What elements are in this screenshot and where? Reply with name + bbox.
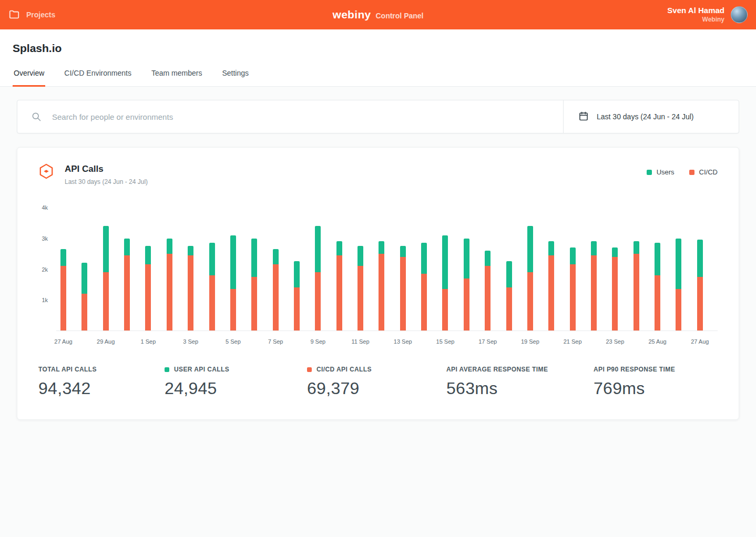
bar-segment-cicd[interactable]	[442, 289, 448, 331]
bar-segment-cicd[interactable]	[315, 272, 321, 331]
bar-segment-users[interactable]	[209, 243, 215, 275]
bar-segment-cicd[interactable]	[209, 275, 215, 331]
bar-segment-cicd[interactable]	[251, 277, 257, 331]
bar-segment-cicd[interactable]	[60, 266, 66, 331]
stat-label-text: API P90 RESPONSE TIME	[594, 366, 675, 373]
bar-segment-users[interactable]	[294, 261, 300, 287]
tab-settings[interactable]: Settings	[221, 69, 250, 87]
bar-segment-users[interactable]	[676, 239, 681, 290]
bar-segment-users[interactable]	[315, 226, 321, 272]
stat-label: CI/CD API CALLS	[307, 366, 446, 373]
bar-segment-users[interactable]	[400, 246, 406, 256]
tab-overview[interactable]: Overview	[13, 69, 45, 87]
bar-segment-cicd[interactable]	[379, 254, 384, 331]
bar-22	[506, 208, 512, 331]
bar-segment-users[interactable]	[60, 249, 66, 266]
bar-segment-users[interactable]	[655, 243, 660, 275]
bar-segment-users[interactable]	[103, 226, 109, 272]
bar-segment-cicd[interactable]	[548, 255, 554, 331]
bar-21: 17 Sep	[485, 208, 491, 331]
tab-ci-cd-environments[interactable]: CI/CD Environments	[63, 69, 132, 87]
bar-segment-users[interactable]	[273, 249, 279, 264]
projects-nav[interactable]: Projects	[8, 9, 55, 20]
bar-23: 19 Sep	[527, 208, 533, 331]
bar-6	[167, 208, 172, 331]
bar-segment-cicd[interactable]	[612, 257, 618, 331]
bar-segment-cicd[interactable]	[400, 257, 406, 331]
bar-segment-users[interactable]	[379, 241, 384, 253]
bar-segment-cicd[interactable]	[124, 255, 130, 331]
bar-segment-users[interactable]	[357, 246, 363, 266]
bar-8	[209, 208, 215, 331]
avatar[interactable]	[731, 6, 748, 23]
bar-segment-users[interactable]	[570, 247, 576, 264]
y-axis-label: 2k	[42, 266, 48, 273]
tab-team-members[interactable]: Team members	[150, 69, 203, 87]
x-axis-label: 27 Aug	[691, 338, 709, 345]
stat-value: 769ms	[594, 379, 675, 398]
user-name: Sven Al Hamad	[667, 5, 724, 16]
legend-ci-cd[interactable]: CI/CD	[689, 168, 718, 176]
bar-segment-users[interactable]	[634, 241, 639, 253]
bar-1: 27 Aug	[60, 208, 66, 331]
bar-segment-cicd[interactable]	[506, 287, 512, 331]
bar-segment-cicd[interactable]	[591, 255, 597, 331]
bar-segment-users[interactable]	[167, 239, 172, 254]
bar-segment-users[interactable]	[591, 241, 597, 255]
bar-segment-cicd[interactable]	[676, 289, 681, 331]
bar-segment-cicd[interactable]	[167, 254, 172, 331]
x-axis-label: 13 Sep	[394, 338, 412, 345]
bar-segment-users[interactable]	[124, 239, 130, 255]
bar-segment-cicd[interactable]	[527, 272, 533, 331]
bar-segment-users[interactable]	[548, 241, 554, 255]
bar-segment-users[interactable]	[612, 247, 618, 257]
bar-segment-cicd[interactable]	[464, 278, 469, 331]
bar-segment-cicd[interactable]	[103, 272, 109, 331]
legend-users[interactable]: Users	[647, 168, 675, 176]
date-range-picker[interactable]: Last 30 days (24 Jun - 24 Jul)	[563, 100, 739, 133]
x-axis-label: 21 Sep	[564, 338, 582, 345]
bar-segment-users[interactable]	[442, 235, 448, 289]
bar-segment-users[interactable]	[506, 261, 512, 287]
bar-segment-cicd[interactable]	[655, 275, 660, 331]
stat-label: TOTAL API CALLS	[38, 366, 165, 373]
bar-segment-cicd[interactable]	[336, 255, 342, 331]
bar-segment-users[interactable]	[697, 240, 703, 276]
bar-segment-users[interactable]	[485, 251, 491, 266]
bar-segment-users[interactable]	[230, 235, 236, 289]
search-box[interactable]	[17, 100, 563, 133]
control-panel-title: Control Panel	[375, 12, 423, 20]
bar-segment-cicd[interactable]	[421, 274, 427, 331]
bar-segment-cicd[interactable]	[357, 266, 363, 331]
bar-segment-users[interactable]	[464, 239, 469, 278]
bar-12	[294, 208, 300, 331]
y-axis-label: 3k	[42, 235, 48, 242]
bar-segment-users[interactable]	[421, 243, 427, 274]
bar-segment-users[interactable]	[251, 239, 257, 277]
bar-segment-users[interactable]	[145, 246, 151, 264]
y-axis-label: 4k	[42, 204, 48, 211]
search-input[interactable]	[51, 112, 549, 122]
bar-segment-cicd[interactable]	[697, 277, 703, 331]
stat-label: API AVERAGE RESPONSE TIME	[446, 366, 594, 373]
bar-segment-users[interactable]	[527, 226, 533, 272]
bar-segment-cicd[interactable]	[230, 289, 236, 331]
bar-segment-users[interactable]	[188, 246, 193, 255]
stat-label-text: CI/CD API CALLS	[316, 366, 372, 373]
bar-segment-cicd[interactable]	[273, 264, 279, 331]
bar-segment-cicd[interactable]	[81, 294, 87, 331]
bar-segment-cicd[interactable]	[485, 266, 491, 331]
bar-segment-cicd[interactable]	[188, 255, 193, 331]
toolbar: Last 30 days (24 Jun - 24 Jul)	[17, 100, 739, 133]
bar-segment-cicd[interactable]	[570, 264, 576, 331]
bar-segment-users[interactable]	[81, 263, 87, 294]
bar-segment-cicd[interactable]	[294, 287, 300, 331]
bar-segment-cicd[interactable]	[634, 254, 639, 331]
legend-label: CI/CD	[699, 168, 718, 176]
folder-icon	[8, 9, 20, 20]
bar-segment-cicd[interactable]	[145, 264, 151, 331]
page-header: Splash.io OverviewCI/CD EnvironmentsTeam…	[0, 29, 756, 87]
bar-segment-users[interactable]	[336, 241, 342, 255]
calendar-icon	[578, 111, 589, 123]
bar-16	[379, 208, 384, 331]
